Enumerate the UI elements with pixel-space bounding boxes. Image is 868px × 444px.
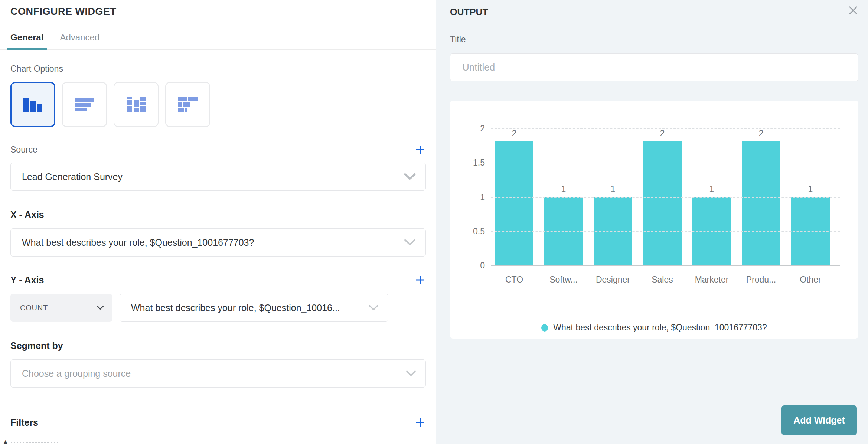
source-label: Source [10, 145, 37, 155]
y-tick-label: 1.5 [473, 158, 485, 168]
x-axis-category-label: Sales [636, 275, 688, 285]
chart-legend[interactable]: What best describes your role, $Question… [450, 323, 858, 333]
x-axis-category-label: Softw... [538, 275, 590, 285]
close-icon [848, 5, 858, 16]
gridline-y-1 [491, 197, 840, 198]
chevron-down-icon [97, 306, 104, 310]
plus-icon [415, 144, 425, 155]
x-axis-category-label: Designer [587, 275, 639, 285]
y-axis-header: Y - Axis [10, 274, 426, 285]
bar-value-label: 1 [808, 184, 813, 194]
chart-type-stacked-vertical-bar[interactable] [114, 82, 159, 127]
chart-preview-card: 2CTO1Softw...1Designer2Sales1Marketer2Pr… [450, 101, 858, 339]
bar-value-label: 1 [561, 184, 566, 194]
gridline-y-2 [491, 128, 840, 129]
segment-by-select[interactable]: Choose a grouping source [10, 359, 426, 388]
y-tick-label: 2 [480, 124, 485, 134]
widget-title-label: Title [450, 35, 858, 45]
bar-value-label: 1 [611, 184, 616, 194]
bar-value-label: 2 [759, 128, 764, 138]
chevron-down-icon [404, 173, 416, 180]
add-source-button[interactable] [415, 144, 426, 155]
source-select-value: Lead Generation Survey [22, 172, 123, 182]
source-select[interactable]: Lead Generation Survey [10, 163, 426, 191]
chevron-down-icon [404, 239, 416, 246]
chart-type-horizontal-bar[interactable] [62, 82, 107, 127]
x-axis-heading: X - Axis [10, 209, 426, 220]
vertical-bar-chart-icon [22, 95, 45, 114]
configure-widget-title: CONFIGURE WIDGET [10, 6, 426, 17]
x-axis-category-label: CTO [488, 275, 540, 285]
chevron-down-icon [369, 305, 378, 311]
chevron-down-icon [406, 370, 416, 376]
configure-widget-panel: CONFIGURE WIDGET General Advanced Chart … [0, 0, 436, 444]
y-tick-label: 0 [480, 261, 485, 271]
horizontal-bar-chart-icon [74, 97, 96, 112]
tab-bar: General Advanced [0, 32, 436, 50]
y-axis-select[interactable]: What best describes your role, $Question… [120, 294, 388, 322]
y-axis-controls: COUNT What best describes your role, $Qu… [10, 294, 426, 322]
add-filter-button[interactable] [415, 417, 426, 428]
plus-icon [415, 417, 425, 428]
add-y-axis-button[interactable] [415, 274, 426, 285]
y-tick-label: 0.5 [473, 226, 485, 236]
bar-value-label: 2 [660, 128, 665, 138]
y-axis-select-value: What best describes your role, $Question… [131, 303, 340, 313]
filters-header: Filters [10, 417, 426, 428]
y-axis-heading: Y - Axis [10, 275, 44, 285]
gridline-y-0.5 [491, 231, 840, 232]
segment-by-heading: Segment by [10, 340, 426, 351]
gridline-y-1.5 [491, 163, 840, 163]
stacked-vertical-bar-chart-icon [126, 96, 147, 113]
x-axis-category-label: Other [784, 275, 836, 285]
tab-general[interactable]: General [7, 32, 47, 49]
x-axis-select-value: What best describes your role, $Question… [22, 237, 254, 248]
chart-type-stacked-horizontal-bar[interactable] [165, 82, 210, 127]
output-panel: OUTPUT Title 2CTO1Softw...1Designer2Sale… [436, 0, 868, 444]
plus-icon [415, 275, 425, 285]
bar-Produ...[interactable] [742, 141, 780, 265]
legend-dot-icon [541, 324, 548, 332]
stacked-horizontal-bar-chart-icon [177, 96, 199, 113]
x-axis-category-label: Marketer [686, 275, 738, 285]
y-tick-label: 1 [480, 192, 485, 202]
chart-options-label: Chart Options [10, 64, 426, 74]
segment-by-placeholder: Choose a grouping source [22, 368, 131, 379]
aggregate-select[interactable]: COUNT [10, 294, 112, 322]
x-axis-select[interactable]: What best describes your role, $Question… [10, 228, 426, 257]
chart-type-vertical-bar[interactable] [10, 82, 55, 127]
cropped-content-fragment: ▲ [0, 440, 111, 444]
output-title: OUTPUT [450, 7, 858, 17]
close-button[interactable] [848, 5, 858, 16]
legend-label: What best describes your role, $Question… [553, 323, 767, 333]
section-divider [10, 408, 426, 408]
aggregate-select-value: COUNT [20, 304, 48, 312]
bar-value-label: 1 [709, 184, 714, 194]
x-axis-category-label: Produ... [735, 275, 787, 285]
gridline-y-0 [491, 265, 840, 266]
chart-plot: 2CTO1Softw...1Designer2Sales1Marketer2Pr… [491, 128, 840, 265]
bar-Sales[interactable] [643, 141, 682, 265]
tab-advanced[interactable]: Advanced [56, 32, 103, 49]
widget-title-input[interactable] [450, 53, 858, 81]
add-widget-button[interactable]: Add Widget [781, 405, 857, 435]
source-header: Source [10, 144, 426, 155]
bar-CTO[interactable] [495, 141, 533, 265]
chart-type-options [10, 82, 426, 127]
filters-heading: Filters [10, 417, 38, 428]
bar-value-label: 2 [512, 128, 517, 138]
